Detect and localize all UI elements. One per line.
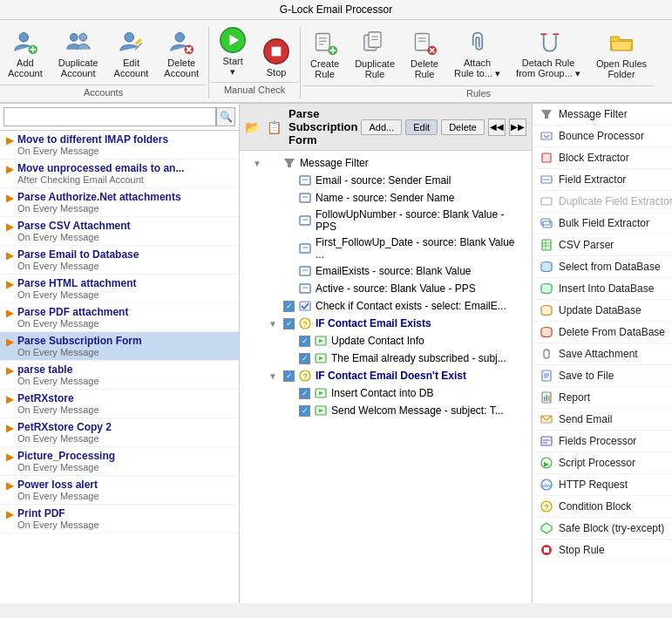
- account-item[interactable]: ▶ Parse CSV Attachment On Every Message: [0, 217, 239, 246]
- next-step-button[interactable]: ▶▶: [509, 119, 526, 136]
- account-item[interactable]: ▶ parse table On Every Message: [0, 361, 239, 390]
- account-item-sub: On Every Message: [17, 462, 235, 472]
- tree-checkbox[interactable]: ✓: [283, 370, 295, 382]
- delete-rule-button[interactable]: DeleteRule: [403, 24, 446, 84]
- delete-rule-icon: [411, 29, 438, 57]
- account-item[interactable]: ▶ Parse PDF attachment On Every Message: [0, 303, 239, 332]
- tree-item[interactable]: ▼✓?IF Contact Email Doesn't Exist: [243, 367, 528, 384]
- start-button[interactable]: Start▾: [211, 24, 255, 80]
- add-account-label: AddAccount: [8, 58, 43, 78]
- right-panel-item[interactable]: Send Email: [533, 409, 672, 431]
- duplicate-account-button[interactable]: DuplicateAccount: [51, 24, 106, 83]
- svg-rect-40: [300, 216, 310, 225]
- svg-rect-83: [546, 395, 547, 401]
- account-item[interactable]: ▶ Picture_Processing On Every Message: [0, 447, 239, 476]
- tree-checkbox[interactable]: ✓: [299, 353, 310, 364]
- middle-panel: 📂 📋 Parse Subscription Form Add... Edit …: [240, 104, 533, 603]
- right-panel-item[interactable]: Field Extractor: [533, 169, 672, 191]
- tree-toggle[interactable]: ▼: [266, 316, 280, 330]
- account-item[interactable]: ▶ Parse Subscription Form On Every Messa…: [0, 332, 239, 361]
- open-rules-folder-label: Open RulesFolder: [596, 58, 647, 79]
- right-panel-item[interactable]: Report: [533, 387, 672, 409]
- tree-checkbox[interactable]: ✓: [283, 318, 295, 329]
- right-panel-item[interactable]: Save Attachment: [533, 343, 672, 365]
- right-panel-item[interactable]: Safe Block (try-except): [533, 518, 672, 540]
- divider-1: [208, 27, 209, 98]
- tree-item[interactable]: EmailExists - source: Blank Value: [243, 262, 528, 280]
- tree-checkbox[interactable]: ✓: [299, 336, 310, 347]
- tree-item[interactable]: First_FollowUp_Date - source: Blank Valu…: [243, 234, 528, 262]
- account-item[interactable]: ▶ PetRXstore Copy 2 On Every Message: [0, 418, 239, 447]
- attach-rule-button[interactable]: AttachRule to... ▾: [446, 24, 508, 84]
- account-item[interactable]: ▶ Print PDF On Every Message: [0, 505, 239, 533]
- tree-item[interactable]: Active - source: Blank Value - PPS: [243, 280, 528, 297]
- delete-account-button[interactable]: DeleteAccount: [156, 24, 207, 83]
- edit-step-button[interactable]: Edit: [405, 119, 438, 135]
- svg-marker-95: [541, 523, 552, 533]
- right-panel-item[interactable]: www HTTP Request: [533, 474, 672, 496]
- tree-item[interactable]: ▼Message Filter: [243, 154, 528, 172]
- detach-rule-button[interactable]: Detach Rulefrom Group... ▾: [508, 24, 588, 84]
- tree-item-icon: [298, 282, 312, 295]
- prev-step-button[interactable]: ◀◀: [488, 119, 506, 136]
- open-rules-folder-button[interactable]: Open RulesFolder: [588, 24, 655, 84]
- right-panel-item[interactable]: CSV Parser: [533, 234, 672, 256]
- tree-item[interactable]: ▼✓?IF Contact Email Exists: [243, 315, 528, 332]
- tree-item[interactable]: Name - source: Sender Name: [243, 189, 528, 207]
- right-panel-item[interactable]: Bulk Field Extractor: [533, 213, 672, 234]
- right-panel-item[interactable]: Bounce Processor: [533, 126, 672, 147]
- account-item[interactable]: ▶ PetRXstore On Every Message: [0, 390, 239, 418]
- tree-item[interactable]: ✓The Email already subscribed - subj...: [243, 350, 528, 367]
- tree-toggle[interactable]: ▼: [250, 156, 264, 170]
- duplicate-rule-button[interactable]: DuplicateRule: [347, 24, 403, 84]
- account-item-sub: On Every Message: [17, 318, 235, 329]
- tree-item[interactable]: ✓Update Contact Info: [243, 332, 528, 350]
- svg-rect-84: [548, 396, 550, 401]
- tree-item[interactable]: Email - source: Sender Email: [243, 172, 528, 189]
- start-label: Start▾: [222, 56, 242, 78]
- add-account-button[interactable]: AddAccount: [0, 24, 51, 83]
- add-step-button[interactable]: Add...: [361, 119, 402, 135]
- account-item-sub: On Every Message: [17, 289, 235, 300]
- accounts-group: AddAccount DuplicateAccount: [0, 24, 207, 102]
- right-panel-item[interactable]: Block Extractor: [533, 147, 672, 169]
- edit-account-button[interactable]: EditAccount: [106, 24, 157, 83]
- tree-checkbox[interactable]: ✓: [283, 301, 295, 312]
- right-panel-item[interactable]: ▶ Script Processor: [533, 452, 672, 474]
- delete-step-button[interactable]: Delete: [441, 119, 485, 135]
- right-panel-item[interactable]: Delete From DataBase: [533, 322, 672, 343]
- create-rule-button[interactable]: CreateRule: [302, 24, 347, 84]
- right-item-label: Report: [559, 391, 590, 404]
- account-item[interactable]: ▶ Power loss alert On Every Message: [0, 476, 239, 505]
- right-panel-item[interactable]: Message Filter: [533, 104, 672, 126]
- tree-item[interactable]: ✓Check if Contact exists - select: Email…: [243, 297, 528, 315]
- open-rules-folder-icon: [608, 29, 635, 57]
- right-panel-item[interactable]: Save to File: [533, 365, 672, 387]
- search-input[interactable]: [3, 107, 216, 126]
- account-item[interactable]: ▶ Parse Email to Database On Every Messa…: [0, 246, 239, 275]
- account-item[interactable]: ▶ Parse Authorize.Net attachments On Eve…: [0, 188, 239, 217]
- right-panel-item[interactable]: Update DataBase: [533, 300, 672, 322]
- account-item-sub: After Checking Email Account: [17, 174, 235, 185]
- account-item[interactable]: ▶ Move to different IMAP folders On Ever…: [0, 131, 239, 160]
- tree-item[interactable]: ✓Insert Contact into DB: [243, 384, 528, 402]
- account-item-icon: ▶: [3, 336, 16, 348]
- tree-item[interactable]: FollowUpNumber - source: Blank Value - P…: [243, 207, 528, 234]
- right-panel-item[interactable]: Select from DataBase: [533, 256, 672, 278]
- stop-button[interactable]: Stop: [255, 35, 298, 80]
- tree-item-label: Check if Contact exists - select: EmailE…: [316, 300, 506, 312]
- search-button[interactable]: 🔍: [216, 107, 235, 126]
- duplicate-rule-label: DuplicateRule: [355, 58, 395, 79]
- account-item[interactable]: ▶ Move unprocessed emails to an... After…: [0, 160, 239, 188]
- tree-item[interactable]: ✓Send Welcom Message - subject: T...: [243, 402, 528, 419]
- right-panel-item[interactable]: Fields Processor: [533, 431, 672, 452]
- right-panel-item[interactable]: Stop Rule: [533, 540, 672, 561]
- right-panel-item[interactable]: Insert Into DataBase: [533, 278, 672, 300]
- tree-item-icon: [314, 351, 328, 365]
- account-item[interactable]: ▶ Parse HTML attachment On Every Message: [0, 275, 239, 303]
- svg-point-4: [70, 33, 78, 41]
- right-panel-item[interactable]: ? Condition Block: [533, 496, 672, 518]
- tree-checkbox[interactable]: ✓: [299, 388, 310, 399]
- tree-checkbox[interactable]: ✓: [299, 405, 310, 417]
- tree-toggle[interactable]: ▼: [266, 369, 280, 383]
